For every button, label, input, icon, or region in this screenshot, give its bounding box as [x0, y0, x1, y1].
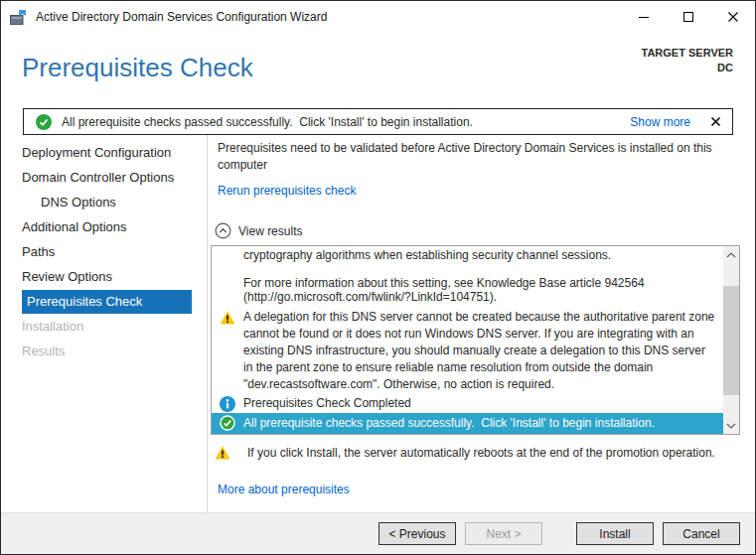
- banner-close-icon[interactable]: [710, 116, 721, 127]
- status-banner: All prerequisite checks passed successfu…: [23, 108, 733, 135]
- scroll-up-icon[interactable]: [723, 246, 739, 263]
- minimize-button[interactable]: [621, 1, 666, 33]
- sidebar-item-installation: Installation: [22, 315, 192, 339]
- wizard-body: Deployment Configuration Domain Controll…: [1, 135, 755, 512]
- result-item-text: Prerequisites Check Completed: [243, 395, 411, 412]
- result-item-text[interactable]: For more information about this setting,…: [212, 276, 721, 304]
- intro-text: Prerequisites need to be validated befor…: [218, 140, 740, 174]
- window-controls: [621, 1, 755, 33]
- target-server-value: DC: [642, 61, 734, 75]
- result-item-text[interactable]: cryptography algorithms when establishin…: [212, 248, 721, 262]
- results-scrollbar[interactable]: [723, 246, 739, 434]
- sidebar-item-dns-options[interactable]: DNS Options: [41, 191, 192, 214]
- button-bar: < Previous Next > Install Cancel: [1, 512, 755, 554]
- warning-triangle-icon: [220, 310, 235, 326]
- sidebar-item-results: Results: [22, 340, 192, 363]
- collapse-circle-icon: [215, 222, 231, 239]
- sidebar-item-domain-controller-options[interactable]: Domain Controller Options: [22, 166, 192, 190]
- info-circle-icon: [220, 396, 235, 412]
- scroll-down-icon[interactable]: [723, 417, 739, 434]
- warning-triangle-icon: [215, 445, 230, 461]
- result-item-success-selected[interactable]: All prerequisite checks passed successfu…: [212, 413, 723, 434]
- close-button[interactable]: [710, 1, 755, 33]
- window-title: Active Directory Domain Services Configu…: [36, 10, 621, 24]
- sidebar-item-review-options[interactable]: Review Options: [22, 265, 192, 289]
- banner-message: All prerequisite checks passed successfu…: [62, 115, 620, 129]
- view-results-label: View results: [238, 224, 302, 238]
- check-circle-icon: [36, 114, 52, 130]
- title-bar: Active Directory Domain Services Configu…: [1, 1, 755, 33]
- app-icon: [10, 9, 27, 26]
- target-server-block: TARGET SERVER DC: [642, 46, 734, 102]
- result-item-warning[interactable]: A delegation for this DNS server cannot …: [212, 308, 721, 394]
- sidebar-item-paths[interactable]: Paths: [22, 240, 192, 264]
- maximize-button[interactable]: [666, 1, 710, 33]
- view-results-toggle[interactable]: View results: [215, 222, 302, 239]
- reboot-warning: If you click Install, the server automat…: [215, 445, 740, 462]
- more-about-prerequisites-link[interactable]: More about prerequisites: [218, 483, 350, 496]
- show-more-link[interactable]: Show more: [630, 115, 690, 129]
- sidebar-item-additional-options[interactable]: Additional Options: [22, 215, 192, 239]
- result-item-info[interactable]: Prerequisites Check Completed: [212, 394, 721, 413]
- scrollbar-thumb[interactable]: [723, 286, 739, 395]
- cancel-button[interactable]: Cancel: [663, 522, 740, 545]
- sidebar-item-deployment-configuration[interactable]: Deployment Configuration: [22, 141, 192, 165]
- install-button[interactable]: Install: [576, 522, 654, 545]
- wizard-steps-sidebar: Deployment Configuration Domain Controll…: [1, 135, 208, 512]
- wizard-window: Active Directory Domain Services Configu…: [0, 0, 756, 555]
- results-list: cryptography algorithms when establishin…: [211, 245, 740, 435]
- reboot-warning-text: If you click Install, the server automat…: [247, 445, 715, 462]
- target-server-label: TARGET SERVER: [642, 46, 734, 61]
- sidebar-item-prerequisites-check[interactable]: Prerequisites Check: [22, 290, 192, 314]
- previous-button[interactable]: < Previous: [378, 522, 456, 545]
- result-item-text: A delegation for this DNS server cannot …: [243, 309, 717, 393]
- main-content: Prerequisites need to be validated befor…: [208, 135, 755, 512]
- page-title: Prerequisites Check: [22, 53, 253, 102]
- result-item-text: All prerequisite checks passed successfu…: [243, 415, 655, 431]
- check-circle-icon: [220, 415, 235, 431]
- page-header: Prerequisites Check TARGET SERVER DC: [1, 33, 755, 102]
- rerun-prerequisites-link[interactable]: Rerun prerequisites check: [218, 184, 356, 198]
- next-button: Next >: [465, 522, 542, 545]
